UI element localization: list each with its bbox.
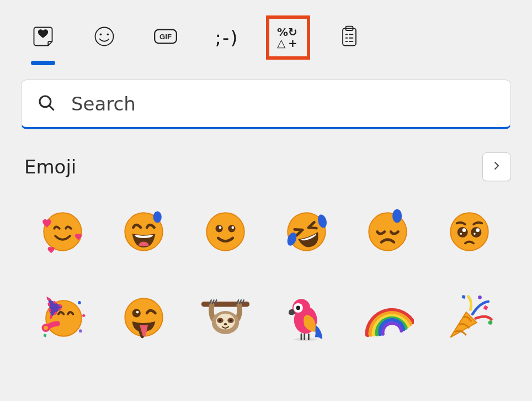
svg-point-32	[393, 209, 402, 223]
search-input[interactable]	[71, 93, 495, 115]
svg-point-1	[100, 34, 102, 36]
svg-point-44	[44, 326, 48, 330]
search-box[interactable]	[21, 80, 511, 129]
section-title: Emoji	[24, 156, 76, 178]
emoji-parrot[interactable]	[266, 291, 347, 344]
svg-rect-47	[44, 334, 47, 337]
svg-point-60	[224, 323, 227, 325]
tab-symbols[interactable]: % ↻ △ +	[273, 22, 304, 53]
svg-point-37	[462, 228, 466, 232]
clipboard-icon	[337, 24, 361, 51]
svg-point-65	[294, 338, 317, 341]
tab-recent[interactable]	[28, 22, 58, 53]
svg-point-35	[457, 227, 467, 238]
svg-point-51	[132, 309, 141, 317]
tab-clipboard[interactable]	[334, 22, 365, 53]
heart-sticker-icon	[31, 24, 55, 51]
svg-rect-5	[343, 28, 356, 45]
svg-point-0	[95, 28, 114, 46]
svg-rect-46	[82, 314, 86, 317]
emoji-smiling-face-with-hearts[interactable]	[22, 205, 103, 258]
svg-point-58	[219, 319, 221, 321]
svg-line-14	[50, 105, 54, 109]
emoji-pleading-face[interactable]	[429, 205, 510, 258]
tab-kaomoji[interactable]: ;-)	[211, 22, 242, 53]
emoji-smiling-face[interactable]	[185, 205, 266, 258]
section-header: Emoji	[21, 152, 511, 181]
emoji-partying-face[interactable]	[22, 291, 103, 344]
svg-point-52	[136, 311, 139, 314]
svg-point-36	[471, 227, 481, 238]
svg-point-67	[488, 320, 493, 325]
svg-rect-68	[461, 295, 465, 299]
svg-point-25	[231, 226, 234, 229]
emoji-sloth[interactable]	[185, 291, 266, 344]
svg-point-59	[230, 319, 232, 321]
emoji-downcast-face-with-sweat[interactable]	[347, 205, 428, 258]
emoji-picker-panel: GIF ;-) % ↻ △ +	[0, 0, 532, 344]
smiley-icon	[92, 24, 116, 51]
svg-point-39	[460, 233, 461, 235]
svg-point-48	[79, 329, 82, 333]
tab-gif[interactable]: GIF	[150, 22, 181, 53]
emoji-party-popper[interactable]	[429, 291, 510, 344]
emoji-winking-face-with-tongue[interactable]	[103, 291, 184, 344]
emoji-rainbow[interactable]	[347, 291, 428, 344]
search-icon	[37, 93, 71, 114]
emoji-grinning-face-with-sweat[interactable]	[103, 205, 184, 258]
svg-text:GIF: GIF	[159, 33, 172, 41]
svg-point-23	[228, 225, 235, 232]
svg-point-69	[478, 296, 482, 299]
svg-point-40	[474, 233, 475, 235]
chevron-right-icon	[492, 161, 502, 173]
kaomoji-icon: ;-)	[215, 27, 239, 49]
svg-point-2	[107, 34, 109, 36]
category-tabs: GIF ;-) % ↻ △ +	[21, 22, 511, 53]
svg-rect-66	[483, 305, 488, 310]
tab-emoji[interactable]	[89, 22, 120, 53]
svg-point-38	[476, 228, 480, 232]
emoji-rolling-on-floor-laughing[interactable]	[266, 205, 347, 258]
gif-icon: GIF	[153, 24, 178, 51]
expand-button[interactable]	[482, 152, 511, 181]
svg-point-64	[296, 306, 301, 310]
svg-point-26	[283, 208, 331, 256]
svg-point-24	[219, 226, 221, 229]
emoji-grid	[21, 205, 511, 344]
symbols-icon: % ↻ △ +	[277, 27, 299, 49]
svg-point-19	[153, 211, 162, 223]
svg-point-45	[78, 301, 81, 304]
svg-point-22	[215, 225, 222, 232]
